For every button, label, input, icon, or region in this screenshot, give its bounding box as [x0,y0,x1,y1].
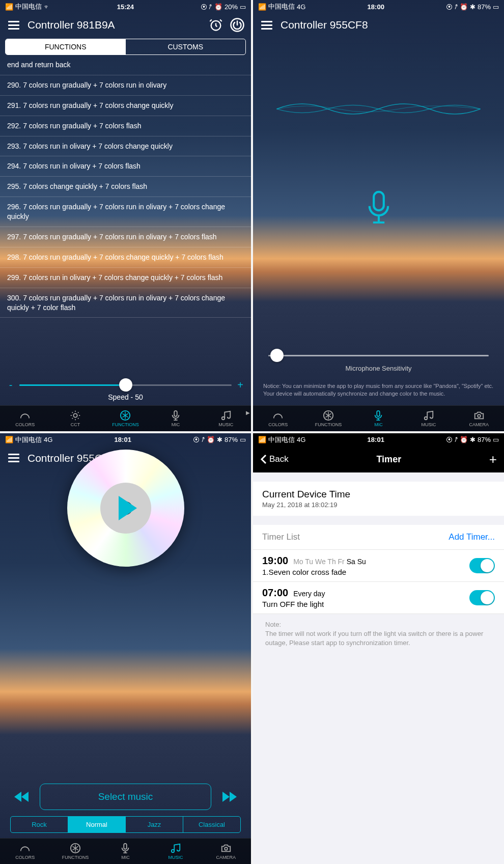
tab-customs[interactable]: CUSTOMS [126,39,246,54]
list-item[interactable]: 296. 7 colors run gradually + 7 colors r… [0,197,251,227]
tab-mic[interactable]: MIC [100,841,151,862]
list-item[interactable]: 297. 7 colors run gradually + 7 colors r… [0,227,251,247]
tab-label: FUNCTIONS [62,855,89,860]
tab-colors[interactable]: COLORS [0,841,50,862]
device-time-value: May 21, 2018 at 18:02:19 [262,501,495,509]
list-item[interactable]: 299. 7 colors run in olivary + 7 colors … [0,268,251,288]
genre-classical[interactable]: Classical [183,817,240,832]
tab-functions[interactable]: FUNCTIONS [100,408,151,429]
svg-point-8 [478,414,481,417]
speed-slider-row: - + [0,376,251,393]
device-time-section: Current Device Time May 21, 2018 at 18:0… [253,482,504,516]
tab-mic[interactable]: MIC [353,408,404,429]
colors-icon [19,410,31,421]
timer-row[interactable]: 19:00Mo Tu We Th Fr Sa Su1.Seven color c… [253,550,504,582]
status-bar: 📶中国电信4G 18:01 ⦿ ↗ ⏰ ✱87%▭ [253,433,504,447]
add-timer-link[interactable]: Add Timer... [449,532,495,542]
carrier-label: 中国电信 [268,435,295,444]
tab-cct[interactable]: CCT [50,408,101,429]
tab-bar: COLORSFUNCTIONSMICMUSICCAMERA [0,838,251,864]
next-button[interactable] [216,787,241,806]
timer-action: 1.Seven color cross fade [262,568,464,576]
page-title: Controller 955CF8 [281,19,498,31]
mic-icon [373,410,384,421]
tab-label: FUNCTIONS [315,422,342,427]
tab-camera[interactable]: CAMERA [201,841,251,862]
list-item[interactable]: 290. 7 colors run gradually + 7 colors r… [0,75,251,96]
battery-label: 20% [225,3,238,11]
genre-normal[interactable]: Normal [68,817,126,832]
tab-music[interactable]: MUSIC [151,841,201,862]
previous-button[interactable] [10,787,35,806]
note-text: The timer will not work if you turn off … [265,629,492,648]
device-time-title: Current Device Time [262,489,495,500]
network-label: 4G [44,436,52,443]
tab-functions[interactable]: FUNCTIONS [50,841,101,862]
menu-icon[interactable] [6,451,21,466]
list-item[interactable]: 292. 7 colors run gradually + 7 colors f… [0,116,251,136]
sensitivity-slider[interactable] [268,355,489,356]
svg-point-11 [225,847,228,850]
status-icons: ⦿ ↗ ⏰ ✱ [446,436,475,443]
tab-colors[interactable]: COLORS [0,408,50,429]
speed-slider[interactable] [19,384,232,386]
clock-label: 18:00 [368,3,384,11]
microphone-icon[interactable] [365,190,393,226]
timer-time: 19:00 [262,555,288,567]
functions-icon [323,410,334,421]
tab-camera[interactable]: CAMERA [454,408,504,429]
tab-music[interactable]: MUSIC [404,408,454,429]
tab-label: MIC [374,422,383,427]
plus-button[interactable]: + [237,379,244,391]
genre-selector: RockNormalJazzClassical [10,816,241,833]
list-item[interactable]: 291. 7 colors run gradually + 7 colors c… [0,96,251,116]
tab-bar: COLORSCCTFUNCTIONSMICMUSIC▶ [0,405,251,431]
status-icons: ⦿ ↗ ⏰ ✱ [446,3,475,11]
list-item[interactable]: 293. 7 colors run in olivary + 7 colors … [0,136,251,157]
minus-button[interactable]: - [7,379,14,391]
tab-music[interactable]: MUSIC [201,408,251,429]
tab-bar: COLORSFUNCTIONSMICMUSICCAMERA [253,405,504,431]
genre-rock[interactable]: Rock [11,817,68,832]
status-icons: ⦿ ↗ ⏰ ✱ [193,436,222,443]
play-icon [119,496,137,520]
camera-icon [473,410,485,421]
chevron-right-icon[interactable]: ▶ [246,410,250,415]
tab-functions[interactable]: FUNCTIONS [6,39,126,54]
timer-row[interactable]: 07:00Every dayTurn OFF the light [253,582,504,614]
list-item[interactable]: 298. 7 colors run gradually + 7 colors c… [0,247,251,268]
alarm-icon[interactable] [208,17,223,33]
add-button[interactable]: + [489,452,497,467]
status-bar: 📶中国电信4G 18:01 ⦿ ↗ ⏰ ✱87%▭ [0,433,251,447]
camera-icon [220,843,232,854]
list-item[interactable]: 300. 7 colors run gradually + 7 colors r… [0,288,251,318]
back-label: Back [269,454,289,464]
tab-label: CAMERA [469,422,489,427]
music-icon [220,410,232,421]
list-item[interactable]: 294. 7 colors run in olivary + 7 colors … [0,156,251,177]
timer-action: Turn OFF the light [262,600,464,608]
tab-colors[interactable]: COLORS [253,408,303,429]
timer-toggle[interactable] [469,558,495,573]
list-item[interactable]: end and return back [0,55,251,75]
signal-icon: 📶 [258,3,266,11]
back-button[interactable]: Back [260,454,289,464]
menu-icon[interactable] [259,17,274,33]
screen-mic: 📶中国电信4G 18:00 ⦿ ↗ ⏰ ✱87%▭ Controller 955… [253,0,504,431]
play-button[interactable] [67,450,184,567]
power-icon[interactable] [230,17,245,33]
mic-icon [170,410,181,421]
functions-list[interactable]: end and return back290. 7 colors run gra… [0,55,251,376]
timer-toggle[interactable] [469,590,495,605]
genre-jazz[interactable]: Jazz [126,817,183,832]
tab-label: MUSIC [218,422,233,427]
select-music-button[interactable]: Select music [40,784,211,810]
tab-mic[interactable]: MIC [151,408,201,429]
signal-icon: 📶 [5,3,13,11]
timer-list-label: Timer List [262,532,300,542]
tab-functions[interactable]: FUNCTIONS [303,408,354,429]
menu-icon[interactable] [6,17,21,33]
carrier-label: 中国电信 [268,2,295,11]
list-item[interactable]: 295. 7 colors change quickly + 7 colors … [0,177,251,197]
speed-label: Speed - 50 [0,393,251,405]
